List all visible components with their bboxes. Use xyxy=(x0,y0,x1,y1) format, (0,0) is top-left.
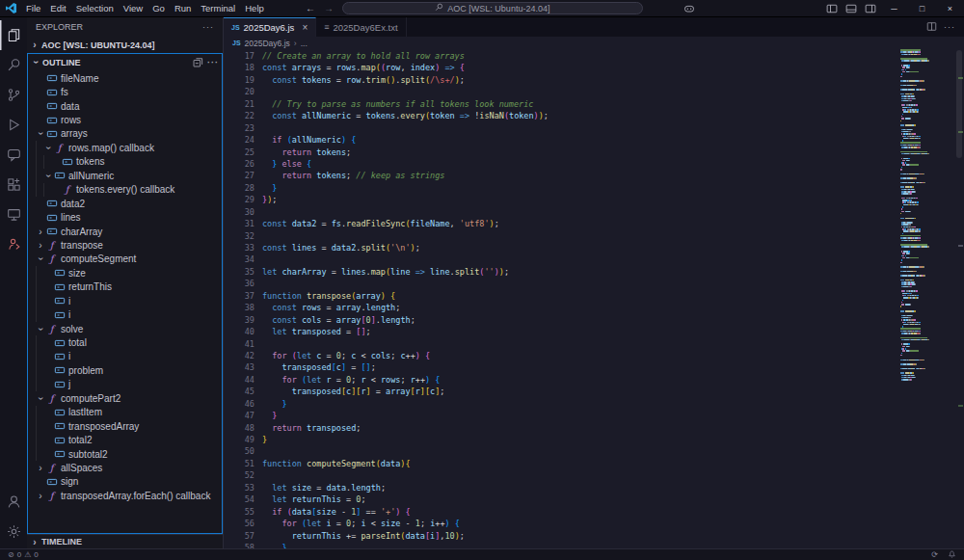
menu-run[interactable]: Run xyxy=(170,3,196,13)
line-number[interactable]: 20 xyxy=(224,86,254,97)
outline-item-chararray[interactable]: ›charArray xyxy=(28,225,222,238)
tab-2025day6ex.txt[interactable]: ≡2025Day6Ex.txt xyxy=(316,17,406,37)
layout-secondary-sidebar-icon[interactable] xyxy=(861,3,880,14)
code-line[interactable]: 28 } xyxy=(224,182,964,194)
line-number[interactable]: 54 xyxy=(224,493,254,505)
code-line[interactable]: 45 transposed[c][r] = array[r][c]; xyxy=(224,386,964,397)
line-number[interactable]: 40 xyxy=(224,326,254,337)
code-line[interactable]: 18const arrays = rows.map((row, index) =… xyxy=(224,62,964,73)
code-line[interactable]: 33const lines = data2.split('\n'); xyxy=(224,242,964,253)
source-control-icon[interactable] xyxy=(0,80,27,110)
code-line[interactable]: 48 return transposed; xyxy=(224,422,964,434)
code-line[interactable]: 23 xyxy=(224,122,964,134)
code-line[interactable]: 31const data2 = fs.readFileSync(fileName… xyxy=(224,218,964,229)
code-line[interactable]: 26 } else { xyxy=(224,158,964,170)
line-number[interactable]: 22 xyxy=(224,110,254,121)
outline-item-total[interactable]: total xyxy=(28,335,222,349)
tab-2025day6.js[interactable]: JS2025Day6.js× xyxy=(224,17,316,37)
line-number[interactable]: 27 xyxy=(224,170,254,181)
code-line[interactable]: 38 const rows = array.length; xyxy=(224,302,964,313)
outline-item-allspaces[interactable]: ›ƒallSpaces xyxy=(28,461,222,474)
code-line[interactable]: 42 for (let c = 0; c < cols; c++) { xyxy=(224,350,964,361)
outline-item-rows[interactable]: rows xyxy=(28,113,222,126)
line-number[interactable]: 35 xyxy=(224,266,254,278)
menu-edit[interactable]: Edit xyxy=(45,3,70,13)
line-number[interactable]: 30 xyxy=(224,206,254,218)
close-button[interactable]: × xyxy=(936,0,964,17)
line-number[interactable]: 49 xyxy=(224,434,254,445)
menu-selection[interactable]: Selection xyxy=(71,3,119,13)
menu-view[interactable]: View xyxy=(119,3,147,13)
line-number[interactable]: 38 xyxy=(224,302,254,313)
code-line[interactable]: 24 if (allNumeric) { xyxy=(224,134,964,146)
outline-header[interactable]: › OUTLINE ··· xyxy=(28,54,222,70)
outline-item-data2[interactable]: data2 xyxy=(28,197,222,210)
line-number[interactable]: 48 xyxy=(224,422,254,434)
line-number[interactable]: 58 xyxy=(224,542,254,548)
live-share-icon[interactable] xyxy=(0,229,27,259)
line-number[interactable]: 17 xyxy=(224,50,254,62)
line-number[interactable]: 34 xyxy=(224,253,254,265)
code-line[interactable]: 57 returnThis += parseInt(data[i],10); xyxy=(224,530,964,542)
outline-item-rows-map-callback[interactable]: ›ƒrows.map() callback xyxy=(28,141,222,154)
line-number[interactable]: 39 xyxy=(224,314,254,326)
code-line[interactable]: 35let charArray = lines.map(line => line… xyxy=(224,266,964,278)
outline-item-lastitem[interactable]: lastItem xyxy=(28,406,222,419)
outline-item-i[interactable]: i xyxy=(28,294,222,307)
code-line[interactable]: 44 for (let r = 0; r < rows; r++) { xyxy=(224,374,964,386)
outline-item-j[interactable]: j xyxy=(28,378,222,391)
scrollbar[interactable] xyxy=(956,50,962,158)
outline-item-fs[interactable]: fs xyxy=(28,85,222,98)
code-line[interactable]: 29}); xyxy=(224,194,964,205)
outline-item-data[interactable]: data xyxy=(28,99,222,113)
outline-item-allnumeric[interactable]: ›allNumeric xyxy=(28,169,222,182)
line-number[interactable]: 26 xyxy=(224,158,254,170)
code-line[interactable]: 21 // Try to parse as numbers if all tok… xyxy=(224,98,964,110)
line-number[interactable]: 28 xyxy=(224,182,254,194)
line-number[interactable]: 53 xyxy=(224,482,254,493)
breadcrumb[interactable]: JS 2025Day6.js › ... xyxy=(224,37,964,49)
outline-item-returnthis[interactable]: returnThis xyxy=(28,280,222,294)
search-box[interactable]: AOC [WSL: Ubuntu-24.04] xyxy=(342,2,643,14)
code-line[interactable]: 51function computeSegment(data){ xyxy=(224,458,964,469)
outline-item-computepart2[interactable]: ›ƒcomputePart2 xyxy=(28,391,222,405)
code-line[interactable]: 36 xyxy=(224,278,964,289)
line-number[interactable]: 50 xyxy=(224,445,254,457)
line-number[interactable]: 47 xyxy=(224,410,254,421)
line-number[interactable]: 45 xyxy=(224,386,254,397)
extensions-icon[interactable] xyxy=(0,170,27,200)
line-number[interactable]: 25 xyxy=(224,147,254,158)
outline-item-transposedarray[interactable]: transposedArray xyxy=(28,419,222,433)
menu-file[interactable]: File xyxy=(21,3,45,13)
code-line[interactable]: 46 } xyxy=(224,398,964,410)
line-number[interactable]: 52 xyxy=(224,469,254,481)
line-number[interactable]: 55 xyxy=(224,506,254,518)
menu-help[interactable]: Help xyxy=(240,3,269,13)
line-number[interactable]: 36 xyxy=(224,278,254,289)
outline-item-transpose[interactable]: ›ƒtranspose xyxy=(28,238,222,252)
problems-indicator[interactable]: ⊘ 0 ⚠ 0 xyxy=(8,550,39,559)
outline-more-icon[interactable]: ··· xyxy=(207,58,219,67)
line-number[interactable]: 57 xyxy=(224,530,254,542)
code-line[interactable]: 54 let returnThis = 0; xyxy=(224,493,964,505)
line-number[interactable]: 41 xyxy=(224,338,254,350)
line-number[interactable]: 43 xyxy=(224,361,254,373)
menu-terminal[interactable]: Terminal xyxy=(196,3,240,13)
run-debug-icon[interactable] xyxy=(0,110,27,140)
copilot-icon[interactable] xyxy=(680,3,699,14)
line-number[interactable]: 42 xyxy=(224,350,254,361)
chat-icon[interactable] xyxy=(0,140,27,170)
split-editor-icon[interactable] xyxy=(926,21,937,34)
code-line[interactable]: 39 const cols = array[0].length; xyxy=(224,314,964,326)
outline-item-subtotal2[interactable]: subtotal2 xyxy=(28,447,222,461)
code-line[interactable]: 25 return tokens; xyxy=(224,147,964,158)
line-number[interactable]: 32 xyxy=(224,230,254,242)
code-line[interactable]: 56 for (let i = 0; i < size - 1; i++) { xyxy=(224,518,964,529)
line-number[interactable]: 33 xyxy=(224,242,254,253)
search-icon[interactable] xyxy=(0,50,27,80)
line-number[interactable]: 21 xyxy=(224,98,254,110)
line-number[interactable]: 24 xyxy=(224,134,254,146)
close-tab-icon[interactable]: × xyxy=(302,22,308,33)
line-number[interactable]: 44 xyxy=(224,374,254,386)
sync-icon[interactable]: ⟳ xyxy=(931,550,938,559)
